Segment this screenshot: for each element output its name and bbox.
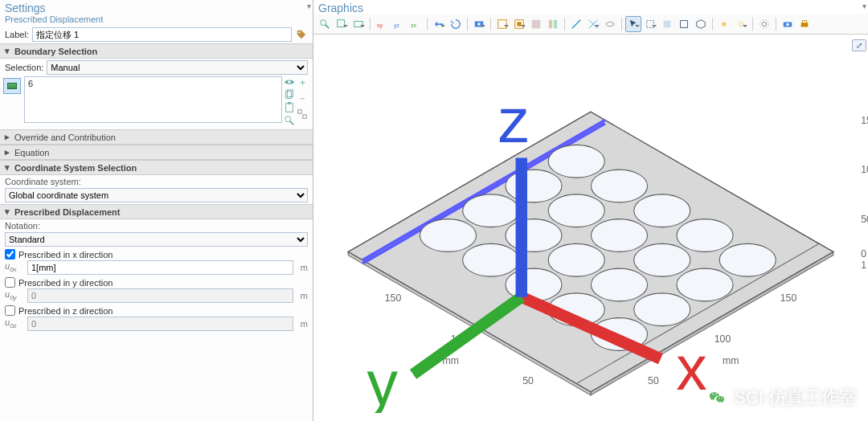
svg-text:zx: zx [411,22,417,28]
light-icon[interactable] [716,16,732,32]
graphics-canvas[interactable]: ⤢ [313,35,868,421]
svg-rect-24 [554,20,557,29]
switch-icon[interactable] [297,108,308,120]
chevron-right-icon: ▸ [5,132,11,142]
panel-menu-icon[interactable]: ▾ [307,2,311,10]
graphics-panel: Graphics ▾ xy yz zx [313,0,868,421]
svg-rect-12 [338,20,345,27]
svg-point-29 [722,22,726,26]
selection-dropdown[interactable]: Manual [47,60,308,75]
pick-box-icon[interactable] [642,16,658,32]
coord-dropdown[interactable]: Global coordinate system [5,188,308,202]
section-override[interactable]: ▸ Override and Contribution [0,129,313,145]
svg-point-6 [285,116,291,122]
add-icon[interactable]: ＋ [297,76,308,88]
zoom-icon[interactable] [284,115,295,126]
svg-line-25 [572,20,581,29]
pz-label: Prescribed in z direction [18,306,113,316]
zoom-menu-icon[interactable] [334,16,350,32]
zoom-extents-icon[interactable] [317,16,333,32]
xy-view-icon[interactable]: xy [374,16,390,32]
hide-icon[interactable] [602,16,618,32]
render-icon[interactable] [528,16,544,32]
u0x-input[interactable] [27,260,293,275]
wechat-icon [705,386,729,410]
svg-rect-4 [286,104,293,112]
measure-icon[interactable] [568,16,584,32]
tag-icon[interactable] [295,28,308,41]
section-coord[interactable]: ▾ Coordinate System Selection [0,160,313,175]
svg-rect-23 [549,20,552,29]
svg-line-11 [326,25,329,28]
settings-gear-icon[interactable] [756,16,772,32]
section-boundary-label: Boundary Selection [14,47,97,56]
svg-point-30 [739,22,743,26]
xz-view-icon[interactable]: zx [407,16,424,32]
paste-icon[interactable] [284,102,295,113]
svg-text:xy: xy [377,22,383,29]
notation-dropdown[interactable]: Standard [5,232,308,247]
py-checkbox[interactable] [5,277,15,288]
py-label: Prescribed in y direction [18,278,113,288]
svg-rect-8 [298,110,301,113]
settings-title: Settings [5,2,308,14]
watermark-text: SCI 仿真工作室 [734,386,857,410]
watermark: SCI 仿真工作室 [705,386,857,410]
selection-list-item[interactable]: 6 [28,79,33,88]
svg-point-32 [760,20,769,29]
svg-text:yz: yz [394,22,400,29]
px-checkbox[interactable] [5,249,15,260]
svg-rect-9 [303,115,306,118]
remove-icon[interactable]: － [297,92,308,104]
yz-view-icon[interactable]: yz [391,16,407,32]
svg-point-31 [762,22,766,26]
section-equation[interactable]: ▸ Equation [0,145,313,160]
chevron-right-icon: ▸ [5,147,11,157]
section-prescribed[interactable]: ▾ Prescribed Displacement [0,204,313,219]
section-prescribed-label: Prescribed Displacement [14,207,120,217]
u0z-unit: m [297,319,308,329]
u0x-unit: m [297,263,308,272]
screenshot-icon[interactable] [471,16,487,32]
u0z-input [27,317,293,331]
select-mode-icon[interactable] [494,16,510,32]
graphics-title: Graphics [318,2,363,14]
section-override-label: Override and Contribution [14,133,116,142]
section-equation-label: Equation [14,148,49,157]
svg-text:y: y [366,349,398,413]
svg-text:x: x [676,333,706,403]
svg-point-0 [298,31,300,33]
toggle-visibility-icon[interactable] [284,76,295,88]
pick-arrow-icon[interactable] [625,16,641,32]
u0z-symbol: u0z [5,317,24,329]
selection-list[interactable]: 6 [24,76,282,123]
light-menu-icon[interactable] [733,16,749,32]
sel-iso-icon[interactable] [693,16,709,32]
camera-icon[interactable] [780,16,796,32]
section-boundary-selection[interactable]: ▾ Boundary Selection [0,43,313,59]
sel-face-icon[interactable] [659,16,675,32]
svg-line-85 [413,297,522,374]
select-mode2-icon[interactable] [511,16,527,32]
graphics-menu-icon[interactable]: ▾ [862,2,866,10]
print-icon[interactable] [796,16,813,32]
rotate-icon[interactable] [448,16,464,32]
notation-caption: Notation: [0,219,313,232]
label-input[interactable] [32,27,292,42]
svg-line-83 [522,297,661,359]
render2-icon[interactable] [545,16,561,32]
pz-checkbox[interactable] [5,305,15,316]
u0y-input [27,288,293,303]
clip-icon[interactable] [585,16,601,32]
svg-rect-26 [647,21,654,28]
u0y-symbol: u0y [5,289,24,301]
selection-thumbnail[interactable] [3,78,21,94]
svg-rect-28 [681,21,688,28]
copy-icon[interactable] [284,89,295,100]
view-menu-icon[interactable] [350,16,366,32]
go-default-icon[interactable] [431,16,447,32]
u0y-unit: m [297,291,308,300]
label-field-caption: Label: [5,30,29,39]
label-row: Label: [0,26,313,43]
sel-edge-icon[interactable] [676,16,692,32]
